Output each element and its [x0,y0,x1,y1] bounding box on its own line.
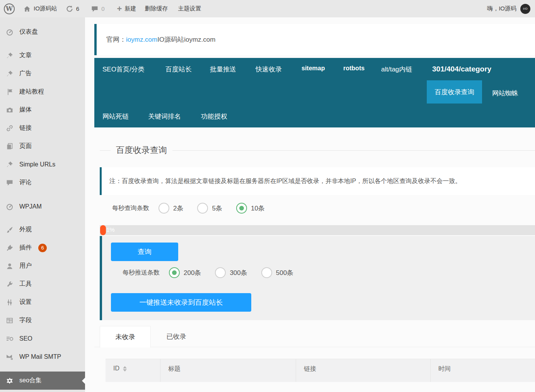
media-icon [6,106,14,114]
wordpress-logo-icon[interactable]: W [4,3,15,14]
push-all-button[interactable]: 一键推送未收录到百度站长 [111,293,251,312]
sidebar-item-label: 链接 [19,124,32,132]
radio-dot-icon [172,270,177,275]
nav-item[interactable]: 关键词排名 [148,112,181,121]
radio-circle-icon [215,267,226,278]
note-text: 注：百度收录查询，算法是根据文章链接及标题在服务器所在IP区域是否收录，并非本地… [109,177,461,185]
nav-item[interactable]: alt/tag内链 [381,65,412,74]
query-button[interactable]: 查询 [111,243,178,261]
sidebar-item-仪表盘[interactable]: 仪表盘 [0,23,85,41]
column-header-ID[interactable]: ID [106,359,160,382]
menu-gap [0,216,85,221]
pushpin-icon [6,70,14,78]
sidebar-item-label: SEO [19,335,32,342]
radio-circle-icon [236,203,247,214]
site-link[interactable]: IO源码站 [23,5,57,13]
sidebar-item-链接[interactable]: 链接 [0,119,85,137]
clear-cache-button[interactable]: 删除缓存 [145,5,168,12]
radio-option-10条[interactable]: 10条 [236,203,265,214]
sidebar-item-seo合集[interactable]: seo合集 [0,372,85,390]
tab-已收录[interactable]: 已收录 [151,326,202,347]
plugin-update-badge: 6 [38,244,47,252]
sidebar-item-工具[interactable]: 工具 [0,275,85,293]
nav-item[interactable]: 快速收录 [256,65,282,74]
dashboard-icon [6,28,14,36]
sidebar-item-建站教程[interactable]: 建站教程 [0,83,85,101]
sidebar-item-label: 设置 [19,298,32,306]
grid-icon [6,317,14,324]
sidebar-item-seo[interactable]: SEO [0,329,85,348]
sidebar-item-字段[interactable]: 字段 [0,311,85,329]
nav-item[interactable]: 批量推送 [210,65,236,74]
sidebar-item-媒体[interactable]: 媒体 [0,101,85,119]
results-table-header: ID标题链接时间 [106,359,535,382]
sidebar-item-label: 建站教程 [19,88,44,96]
push-rate-label: 每秒推送条数 [123,268,160,278]
radio-option-300条[interactable]: 300条 [215,267,247,278]
sidebar-item-外观[interactable]: 外观 [0,221,85,239]
radio-dot-icon [239,206,244,210]
column-header-标题: 标题 [160,359,296,382]
column-header-时间: 时间 [431,359,535,382]
sidebar-item-wpjam[interactable]: WPJAM [0,197,85,216]
sidebar-item-评论[interactable]: 评论 [0,173,85,192]
nav-item[interactable]: 百度站长 [165,65,192,74]
radio-circle-icon [158,203,169,214]
nav-item[interactable]: rotbots [343,65,365,72]
updates-link[interactable]: 6 [66,5,79,13]
avatar: I/O [520,4,530,14]
radio-option-500条[interactable]: 500条 [261,267,293,278]
column-header-label: ID [113,365,119,372]
theme-settings-button[interactable]: 主题设置 [178,5,201,12]
sidebar-item-广告[interactable]: 广告 [0,64,85,83]
query-rate-row: 每秒查询条数 2条5条10条 [112,203,535,214]
admin-sidebar-menu: 仪表盘文章广告建站教程媒体链接页面Simple URLs评论WPJAM外观插件6… [0,17,85,392]
tab-未收录[interactable]: 未收录 [100,326,151,348]
radio-option-2条[interactable]: 2条 [158,203,183,214]
sidebar-item-设置[interactable]: 设置 [0,293,85,311]
sidebar-item-simple-urls[interactable]: Simple URLs [0,155,85,173]
sidebar-item-label: seo合集 [19,377,42,385]
nav-item-baidu-index-query-active[interactable]: 百度收录查询 [427,80,482,104]
sidebar-item-label: 文章 [19,51,32,59]
sidebar-item-label: 广告 [19,70,32,78]
admin-bar-account[interactable]: 嗨，IO源码 I/O [487,4,535,14]
pushpin-icon [6,52,14,59]
sidebar-item-页面[interactable]: 页面 [0,137,85,155]
radio-label: 200条 [184,268,201,277]
nav-item[interactable]: 功能授权 [201,112,227,121]
radio-option-200条[interactable]: 200条 [169,267,201,278]
radio-option-5条[interactable]: 5条 [197,203,222,214]
nav-item[interactable]: 网站死链 [102,112,129,121]
page-title: 百度收录查询 [111,144,172,156]
update-icon [66,5,73,13]
sidebar-item-label: 评论 [19,178,32,187]
plus-icon: + [117,5,122,13]
sidebar-item-文章[interactable]: 文章 [0,46,85,64]
sidebar-item-partial[interactable] [0,390,85,392]
gear-icon [6,377,14,385]
progress-percent: 1% [106,226,115,233]
flag-icon [6,88,14,96]
sidebar-item-label: WPJAM [19,203,42,210]
sidebar-item-label: Simple URLs [19,161,55,168]
nav-item[interactable]: sitemap [302,65,325,72]
user-icon [6,262,14,270]
nav-item-site-spider[interactable]: 网站蜘蛛 [492,89,518,98]
column-header-label: 标题 [168,365,181,373]
nav-item[interactable]: 301/404/category [432,65,491,73]
sidebar-item-wp-mail-smtp[interactable]: WP Mail SMTP [0,348,85,366]
official-site-link[interactable]: ioymz.com [126,36,157,44]
radio-circle-icon [197,203,208,214]
radio-label: 10条 [251,204,265,213]
sidebar-item-用户[interactable]: 用户 [0,257,85,275]
comment-icon [6,179,14,187]
sliders-icon [6,299,14,306]
nav-item[interactable]: SEO首页/分类 [102,65,145,74]
comments-link[interactable]: 0 [91,5,104,13]
sidebar-item-插件[interactable]: 插件6 [0,239,85,257]
sidebar-item-label: 用户 [19,262,32,270]
new-content-button[interactable]: + 新建 [117,5,136,13]
column-header-链接: 链接 [296,359,431,382]
sort-caret-icon[interactable] [123,366,127,372]
